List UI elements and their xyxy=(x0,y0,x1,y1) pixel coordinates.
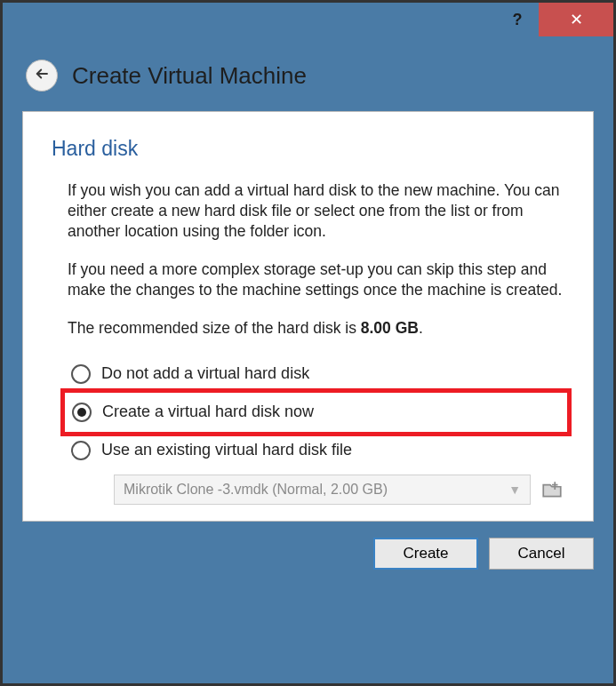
radio-option-create[interactable]: Create a virtual hard disk now xyxy=(68,395,564,429)
wizard-header: Create Virtual Machine xyxy=(3,36,613,111)
titlebar: ? ✕ xyxy=(3,3,613,36)
radio-icon xyxy=(71,364,91,384)
radio-option-none[interactable]: Do not add a virtual hard disk xyxy=(68,357,564,391)
help-icon: ? xyxy=(513,11,523,29)
dialog-button-row: Create Cancel xyxy=(22,538,594,570)
page-title: Create Virtual Machine xyxy=(72,62,307,90)
content-panel: Hard disk If you wish you can add a virt… xyxy=(22,111,594,522)
existing-file-value: Mikrotik Clone -3.vmdk (Normal, 2.00 GB) xyxy=(124,482,388,498)
radio-label: Create a virtual hard disk now xyxy=(102,403,314,421)
dialog-window: ? ✕ Create Virtual Machine Hard disk If … xyxy=(0,0,616,686)
back-arrow-icon xyxy=(34,66,50,86)
intro-paragraph-1: If you wish you can add a virtual hard d… xyxy=(68,180,564,242)
radio-icon xyxy=(71,441,91,460)
cancel-button[interactable]: Cancel xyxy=(489,538,594,570)
existing-file-row: Mikrotik Clone -3.vmdk (Normal, 2.00 GB)… xyxy=(114,475,564,505)
chevron-down-icon: ▼ xyxy=(508,483,521,497)
radio-label: Use an existing virtual hard disk file xyxy=(101,441,352,459)
radio-option-existing[interactable]: Use an existing virtual hard disk file xyxy=(68,434,564,467)
recommended-value: 8.00 GB xyxy=(361,319,419,337)
browse-folder-button xyxy=(540,477,564,502)
radio-label: Do not add a virtual hard disk xyxy=(101,364,309,383)
hard-disk-options: Do not add a virtual hard disk Create a … xyxy=(68,357,564,505)
section-heading: Hard disk xyxy=(52,137,564,161)
highlight-annotation: Create a virtual hard disk now xyxy=(60,388,572,436)
intro-paragraph-2: If you need a more complex storage set-u… xyxy=(68,259,564,300)
back-button[interactable] xyxy=(26,60,58,92)
create-button[interactable]: Create xyxy=(373,538,478,570)
help-button[interactable]: ? xyxy=(496,3,539,36)
close-icon: ✕ xyxy=(570,10,583,29)
recommended-suffix: . xyxy=(419,319,423,337)
radio-icon xyxy=(72,403,92,422)
recommended-prefix: The recommended size of the hard disk is xyxy=(68,319,361,337)
existing-file-select: Mikrotik Clone -3.vmdk (Normal, 2.00 GB)… xyxy=(114,475,531,505)
recommended-size-text: The recommended size of the hard disk is… xyxy=(68,318,564,339)
close-button[interactable]: ✕ xyxy=(539,3,613,36)
